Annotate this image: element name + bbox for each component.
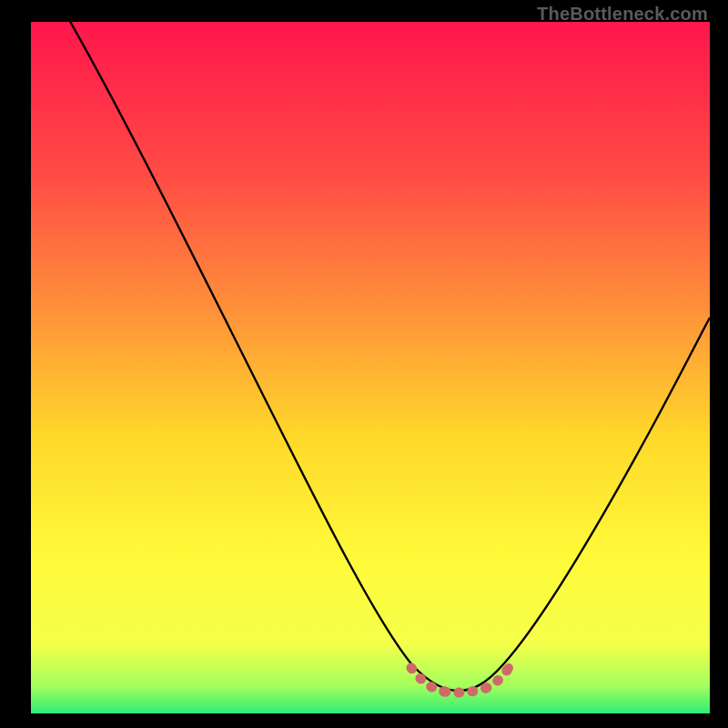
chart-area (31, 22, 710, 713)
optimal-band-marker (407, 663, 513, 693)
svg-point-2 (504, 663, 513, 672)
bottleneck-curve (31, 22, 710, 713)
